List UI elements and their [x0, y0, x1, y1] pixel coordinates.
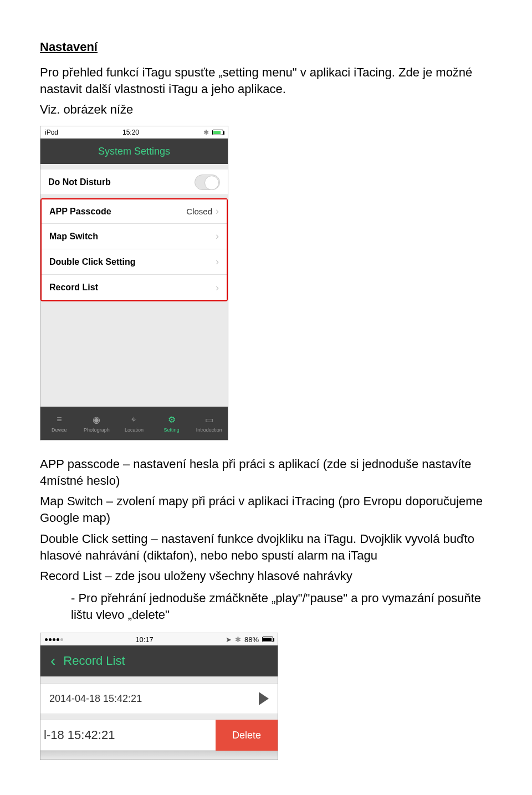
chevron-right-icon: › [216, 256, 219, 268]
row-label: Do Not Disturb [48, 177, 111, 187]
battery-percent: 88% [244, 635, 259, 644]
row-record-list[interactable]: Record List › [42, 275, 227, 300]
row-label: Double Click Setting [49, 257, 136, 267]
row-value: Closed [186, 207, 212, 216]
row-label: APP Passcode [49, 207, 111, 217]
desc-map-switch: Map Switch – zvolení mapy při práci v ap… [40, 493, 492, 526]
book-icon: ▭ [203, 414, 214, 425]
row-do-not-disturb[interactable]: Do Not Disturb [40, 170, 228, 195]
tab-label: Introduction [196, 427, 222, 433]
desc-double-click: Double Click setting – nastavení funkce … [40, 531, 492, 563]
row-app-passcode[interactable]: APP Passcode Closed › [42, 198, 227, 224]
tab-photograph[interactable]: ◉ Photograph [78, 407, 116, 440]
highlighted-rows-group: APP Passcode Closed › Map Switch › Doubl… [40, 198, 228, 301]
delete-button[interactable]: Delete [216, 720, 278, 751]
tab-label: Device [52, 427, 67, 433]
row-map-switch[interactable]: Map Switch › [42, 224, 227, 249]
row-label: Record List [49, 283, 98, 293]
battery-icon [262, 637, 273, 642]
screenshot-record-list: 10:17 ➤ ✱ 88% ‹ Record List 2014-04-18 1… [40, 633, 278, 760]
desc-play-hint: - Pro přehrání jednoduše zmáčkněte „play… [71, 590, 492, 623]
location-arrow-icon: ➤ [226, 635, 232, 644]
camera-icon: ◉ [91, 414, 102, 425]
tab-label: Setting [164, 427, 180, 433]
pin-icon: ⌖ [129, 414, 140, 425]
chevron-right-icon: › [216, 206, 219, 217]
status-device-label: iPod [45, 129, 58, 136]
status-time: 15:20 [122, 129, 139, 136]
screen-header: ‹ Record List [40, 645, 278, 676]
bluetooth-icon: ✱ [203, 129, 209, 136]
tab-label: Location [125, 427, 144, 433]
recording-row[interactable]: 2014-04-18 15:42:21 [40, 683, 278, 714]
desc-app-passcode: APP passcode – nastavení hesla při práci… [40, 456, 492, 489]
status-bar: iPod 15:20 ✱ [40, 126, 228, 139]
row-label: Map Switch [49, 232, 98, 242]
signal-icon [45, 638, 63, 641]
chevron-right-icon: › [216, 230, 219, 242]
toggle-switch[interactable] [195, 175, 220, 190]
intro-paragraph-2: Viz. obrázek níže [40, 101, 492, 118]
gear-icon: ⚙ [166, 414, 177, 425]
chevron-right-icon: › [216, 282, 219, 294]
row-double-click-setting[interactable]: Double Click Setting › [42, 249, 227, 275]
tab-location[interactable]: ⌖ Location [115, 407, 153, 440]
section-title: Nastavení [40, 40, 492, 54]
list-icon: ≡ [54, 414, 65, 425]
bluetooth-icon: ✱ [235, 635, 241, 644]
tab-device[interactable]: ≡ Device [40, 407, 78, 440]
back-icon[interactable]: ‹ [50, 653, 55, 669]
tab-bar: ≡ Device ◉ Photograph ⌖ Location ⚙ Setti… [40, 407, 228, 440]
recording-row-swiped[interactable]: l-18 15:42:21 Delete [40, 720, 278, 751]
status-time: 10:17 [135, 635, 154, 644]
play-icon[interactable] [259, 692, 269, 705]
intro-paragraph-1: Pro přehled funkcí iTagu spusťte „settin… [40, 64, 492, 97]
status-bar: 10:17 ➤ ✱ 88% [40, 633, 278, 645]
recording-timestamp: 2014-04-18 15:42:21 [49, 693, 142, 705]
desc-record-list: Record List – zde jsou uloženy všechny h… [40, 568, 492, 584]
recording-timestamp-partial: l-18 15:42:21 [40, 720, 216, 751]
screen-title: System Settings [40, 139, 228, 164]
screen-title: Record List [63, 654, 125, 668]
battery-icon [212, 130, 223, 135]
tab-label: Photograph [84, 427, 110, 433]
tab-setting[interactable]: ⚙ Setting [153, 407, 191, 440]
screenshot-system-settings: iPod 15:20 ✱ System Settings Do Not Dist… [40, 126, 228, 440]
tab-introduction[interactable]: ▭ Introduction [190, 407, 228, 440]
